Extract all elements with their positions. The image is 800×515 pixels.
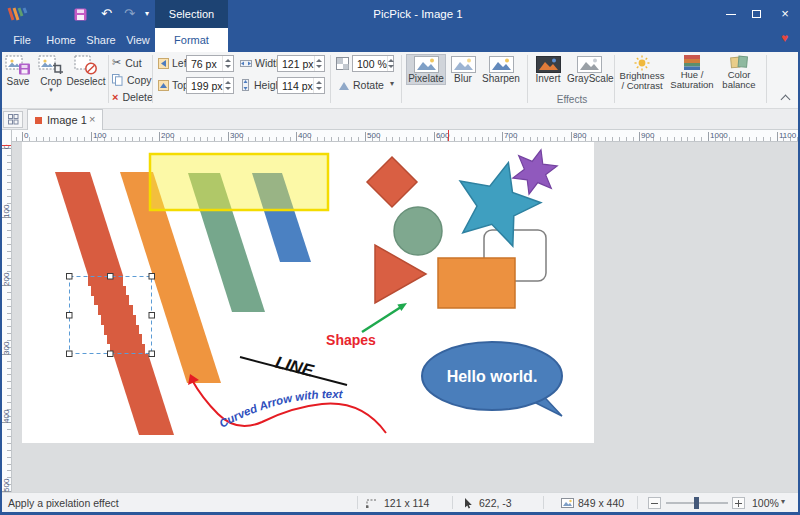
title-bar[interactable]: ↶ ↷ ▾ Selection PicPick - Image 1 × (0, 0, 800, 28)
blur-button[interactable]: Blur (448, 54, 478, 85)
minimize-button[interactable] (718, 0, 744, 28)
delete-button[interactable]: × Delete (112, 89, 153, 104)
height-spinner[interactable]: 114 px (277, 77, 325, 94)
crop-icon (38, 55, 64, 75)
v-ruler-label: 100 (2, 205, 11, 218)
image-document[interactable]: LINE Shapes Curved Arrow with text Hello… (22, 142, 594, 443)
status-separator (452, 496, 453, 509)
h-ruler-label: 1100 (779, 131, 796, 140)
cut-button[interactable]: ✂ Cut (112, 55, 142, 70)
deselect-button[interactable]: Deselect (66, 54, 106, 99)
tab-home[interactable]: Home (44, 28, 78, 52)
height-field-icon (240, 79, 251, 91)
color-balance-icon (730, 55, 748, 70)
curved-arrow-text: Curved Arrow with text (217, 388, 344, 430)
h-ruler-label: 700 (504, 131, 517, 140)
spinner-arrows[interactable] (313, 78, 324, 93)
spinner-arrows[interactable] (222, 56, 233, 71)
heart-icon[interactable]: ♥ (781, 31, 788, 45)
plus-icon (735, 503, 742, 504)
v-ruler-label: 400 (2, 410, 11, 423)
canvas-area[interactable]: 0 100 200 300 400 500 (0, 142, 800, 492)
close-button[interactable]: × (770, 0, 800, 28)
rotate-dropdown-caret-icon[interactable]: ▾ (390, 79, 394, 88)
selection-size-icon (366, 499, 378, 508)
spinner-arrows[interactable] (223, 78, 233, 93)
h-ruler-label: 0 (24, 131, 28, 140)
invert-icon (536, 56, 561, 73)
brightness-contrast-button[interactable]: Brightness / Contrast (618, 54, 666, 99)
sharpen-button[interactable]: Sharpen (480, 54, 522, 85)
spinner-arrows[interactable] (387, 56, 394, 71)
tab-view[interactable]: View (122, 28, 154, 52)
delete-icon: × (112, 91, 118, 103)
zoom-out-button[interactable] (648, 497, 661, 509)
document-tab-bar: Image 1 × (0, 109, 800, 130)
zoom-in-button[interactable] (732, 497, 745, 509)
v-ruler-label: 300 (2, 342, 11, 355)
context-tab-header: Selection (155, 0, 228, 28)
zoom-dropdown-caret-icon[interactable]: ▾ (781, 497, 785, 506)
left-spinner[interactable]: 76 px (186, 55, 234, 72)
invert-button[interactable]: Invert (532, 54, 564, 85)
status-zoom-value: 100% (752, 497, 779, 509)
ribbon-tab-row: File Home Share View Format ♥ (0, 28, 800, 52)
status-selection-size: 121 x 114 (384, 497, 429, 509)
yellow-rectangle (150, 154, 328, 210)
save-icon (5, 55, 31, 75)
save-button[interactable]: Save (2, 54, 34, 99)
group-separator (330, 55, 331, 103)
grayscale-button[interactable]: GrayScale (566, 54, 612, 85)
status-hint: Apply a pixelation effect (8, 497, 119, 509)
spinner-arrows[interactable] (314, 56, 324, 71)
minimize-icon (726, 14, 736, 15)
qat-customize-caret-icon[interactable]: ▾ (145, 0, 149, 28)
ribbon-collapse-chevron-icon[interactable] (781, 95, 791, 105)
quick-save-icon[interactable] (74, 8, 87, 21)
crop-dropdown-caret-icon[interactable]: ▾ (36, 87, 66, 92)
sharpen-icon (489, 56, 514, 73)
h-ruler-label: 300 (230, 131, 243, 140)
canvas-image[interactable]: LINE Shapes Curved Arrow with text Hello… (22, 142, 594, 443)
crop-button[interactable]: Crop ▾ (36, 54, 66, 99)
pixelate-button[interactable]: Pixelate (406, 54, 446, 85)
ruler-ticks (12, 137, 800, 141)
tab-share[interactable]: Share (84, 28, 118, 52)
top-field-icon (158, 80, 169, 91)
shapes-text: Shapes (326, 332, 376, 348)
scale-spinner[interactable]: 100 % (352, 55, 394, 72)
grayscale-icon (577, 56, 602, 73)
h-ruler-label: 500 (367, 131, 380, 140)
thumbnail-view-button[interactable] (3, 111, 23, 128)
top-spinner[interactable]: 199 px (186, 77, 234, 94)
maximize-icon (752, 10, 761, 18)
hue-saturation-icon (684, 55, 700, 70)
diamond-shape (367, 157, 417, 207)
hue-saturation-button[interactable]: Hue / Saturation (668, 54, 716, 99)
cursor-marker-h (448, 130, 449, 141)
h-ruler-label: 200 (161, 131, 174, 140)
image-size-icon (561, 498, 574, 508)
tab-format[interactable]: Format (155, 28, 228, 52)
zoom-slider-thumb[interactable] (694, 497, 699, 509)
group-separator (766, 55, 767, 103)
copy-button[interactable]: Copy (112, 72, 152, 87)
maximize-button[interactable] (744, 0, 770, 28)
pixelate-icon (414, 56, 439, 73)
brightness-icon (634, 55, 650, 71)
v-ruler-label: 500 (2, 479, 11, 492)
document-tab-close-icon[interactable]: × (89, 113, 95, 125)
undo-icon[interactable]: ↶ (101, 0, 112, 28)
document-tab-image1[interactable]: Image 1 × (27, 109, 103, 130)
group-separator (152, 55, 153, 103)
status-image-size: 849 x 440 (578, 497, 624, 509)
rotate-label: Rotate (353, 79, 384, 91)
redo-icon[interactable]: ↷ (124, 0, 135, 28)
group-separator (108, 55, 109, 103)
rotate-icon (337, 79, 350, 91)
h-ruler-label: 400 (298, 131, 311, 140)
tab-file[interactable]: File (8, 28, 36, 52)
width-spinner[interactable]: 121 px (277, 55, 325, 72)
color-balance-button[interactable]: Color balance (718, 54, 760, 99)
grid-icon (8, 114, 19, 125)
